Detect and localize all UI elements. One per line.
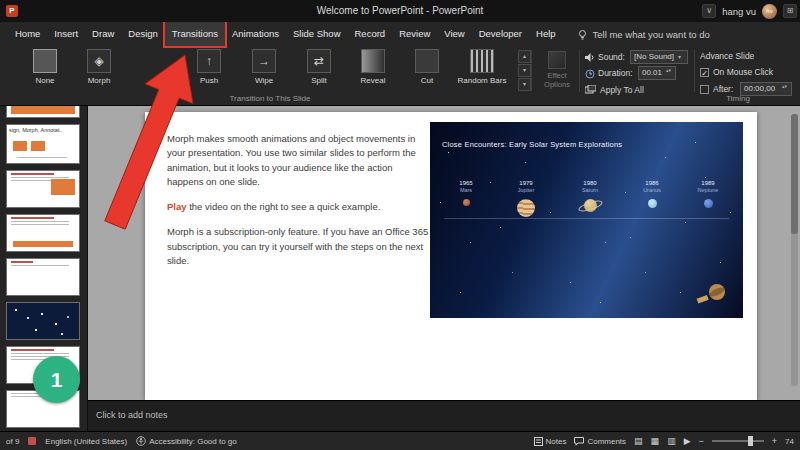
transition-cut[interactable]: Cut: [404, 49, 450, 85]
reading-view-button[interactable]: [667, 436, 676, 446]
effect-options-button[interactable]: Effect Options: [536, 51, 578, 90]
ribbon-display-options-icon[interactable]: [702, 4, 716, 18]
scrollbar-thumb[interactable]: [791, 114, 798, 234]
tab-transitions[interactable]: Transitions: [165, 22, 225, 46]
apply-to-all-icon: [585, 85, 596, 95]
tab-home[interactable]: Home: [8, 22, 47, 46]
transition-none[interactable]: None: [22, 49, 68, 85]
tab-slide-show[interactable]: Slide Show: [286, 22, 348, 46]
slide-paragraph: Morph is a subscription-only feature. If…: [167, 225, 429, 268]
jupiter-icon: [517, 199, 535, 217]
ribbon-transitions: None Morph Push Wipe Split Reveal Cut R: [0, 46, 800, 106]
notes-pane[interactable]: Click to add notes: [88, 400, 800, 431]
comments-button-label: Comments: [587, 437, 626, 446]
notes-placeholder[interactable]: Click to add notes: [96, 410, 168, 420]
planet-name: Neptune: [686, 187, 730, 193]
window-options-icon[interactable]: [783, 4, 797, 18]
normal-view-button[interactable]: [634, 436, 643, 446]
tab-view[interactable]: View: [437, 22, 471, 46]
slide-show-button[interactable]: [684, 436, 691, 446]
tab-design[interactable]: Design: [121, 22, 165, 46]
annotation-step-badge: 1: [33, 356, 80, 403]
ribbon-tab-bar: Home Insert Draw Design Transitions Anim…: [0, 22, 800, 46]
comments-toggle-button[interactable]: Comments: [574, 437, 626, 446]
thumbnail-slide[interactable]: [6, 170, 80, 208]
after-checkbox[interactable]: [700, 85, 709, 94]
accessibility-status[interactable]: Accessibility: Good to go: [136, 436, 237, 446]
gallery-scroll-down-icon[interactable]: [518, 64, 531, 77]
gallery-scroll-up-icon[interactable]: [518, 50, 531, 63]
tab-review[interactable]: Review: [392, 22, 437, 46]
thumb-content: [15, 309, 17, 311]
tell-me-search[interactable]: Tell me what you want to do: [577, 29, 710, 40]
language-status[interactable]: English (United States): [45, 437, 127, 446]
tab-help[interactable]: Help: [529, 22, 563, 46]
thumb-content: [11, 265, 69, 266]
zoom-slider-thumb[interactable]: [748, 436, 753, 446]
vertical-scrollbar[interactable]: [791, 114, 798, 386]
duration-clock-icon: [585, 69, 595, 79]
thumbnail-slide[interactable]: sign, Morph, Annotat..: [6, 124, 80, 164]
transition-split[interactable]: Split: [296, 49, 342, 85]
transition-wipe[interactable]: Wipe: [241, 49, 287, 85]
thumbnail-slide[interactable]: [6, 302, 80, 340]
powerpoint-window: P Welcome to PowerPoint - PowerPoint han…: [0, 0, 800, 450]
gallery-more-icon[interactable]: [518, 78, 531, 91]
tab-animations[interactable]: Animations: [225, 22, 286, 46]
planet-year: 1965: [444, 180, 488, 186]
thumbnail-slide[interactable]: [6, 106, 80, 118]
tab-record[interactable]: Record: [348, 22, 393, 46]
planet-year: 1989: [686, 180, 730, 186]
titlebar-right-cluster: hang vu hv: [702, 0, 797, 22]
status-bar: of 9 English (United States) Accessibili…: [0, 431, 800, 450]
account-name[interactable]: hang vu: [722, 6, 756, 17]
starfield: [430, 122, 431, 123]
planet-column-mars: 1965 Mars: [444, 180, 488, 206]
thumb-content: [11, 261, 33, 263]
planet-name: Jupiter: [504, 187, 548, 193]
thumbnail-slide[interactable]: [6, 258, 80, 296]
apply-to-all-button[interactable]: Apply To All: [600, 85, 644, 95]
planet-year: 1979: [504, 180, 548, 186]
transition-push-icon: [197, 49, 221, 73]
tab-insert[interactable]: Insert: [47, 22, 85, 46]
duration-spinner[interactable]: 00.01: [638, 66, 676, 80]
transition-reveal[interactable]: Reveal: [350, 49, 396, 85]
avatar[interactable]: hv: [762, 4, 777, 19]
planet-name: Mars: [444, 187, 488, 193]
zoom-percentage[interactable]: 74: [785, 437, 794, 446]
thumb-content: [11, 349, 54, 351]
on-mouse-click-checkbox[interactable]: [700, 68, 709, 77]
slide-canvas[interactable]: Morph makes smooth animations and object…: [145, 112, 757, 400]
zoom-slider[interactable]: [712, 440, 764, 442]
effect-options-label-2: Options: [544, 80, 570, 89]
tab-developer[interactable]: Developer: [472, 22, 529, 46]
video-title: Close Encounters: Early Solar System Exp…: [442, 140, 622, 149]
on-mouse-click-label: On Mouse Click: [713, 67, 773, 77]
thumb-content: [51, 179, 75, 195]
thumbnail-slide[interactable]: [6, 214, 80, 252]
zoom-out-button[interactable]: [699, 436, 704, 446]
slide-paragraph: Morph makes smooth animations and object…: [167, 132, 429, 189]
thumb-content: [11, 224, 69, 225]
transition-random-bars[interactable]: Random Bars: [454, 49, 510, 85]
slide-paragraph-rest: the video on the right to see a quick ex…: [187, 201, 381, 212]
proofing-icon[interactable]: [28, 437, 36, 445]
comments-icon: [574, 437, 584, 446]
zoom-in-button[interactable]: [772, 436, 777, 446]
slide-sorter-view-button[interactable]: [651, 436, 660, 446]
morph-video-frame[interactable]: Close Encounters: Early Solar System Exp…: [430, 122, 743, 318]
notes-toggle-button[interactable]: Notes: [534, 437, 567, 446]
transition-push[interactable]: Push: [186, 49, 232, 85]
thumb-content: [13, 241, 73, 247]
advance-slide-label: Advance Slide: [700, 51, 754, 61]
transition-morph[interactable]: Morph: [76, 49, 122, 85]
sound-dropdown[interactable]: [No Sound]: [630, 50, 688, 64]
planet-name: Uranus: [630, 187, 674, 193]
tab-draw[interactable]: Draw: [85, 22, 121, 46]
thumb-content: [11, 106, 75, 114]
mars-icon: [463, 199, 470, 206]
effect-options-icon: [548, 51, 566, 69]
group-label-transition: Transition to This Slide: [150, 94, 390, 103]
accessibility-label: Accessibility: Good to go: [149, 437, 237, 446]
